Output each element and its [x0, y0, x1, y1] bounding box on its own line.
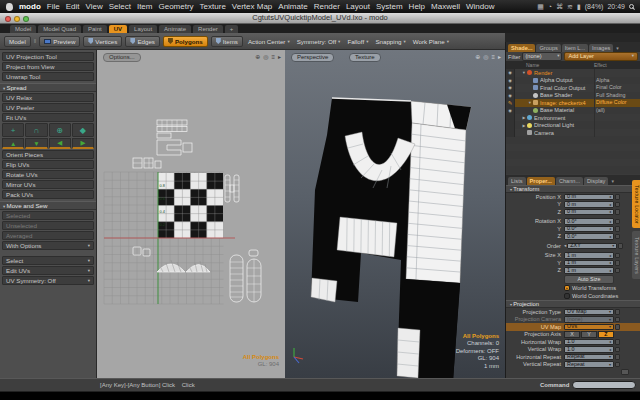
- uv-editor-viewport[interactable]: 0.8 0.6 0.4 0.2: [97, 50, 285, 378]
- layout-tab-render[interactable]: Render: [193, 25, 223, 33]
- mini-spinner-button[interactable]: [615, 226, 620, 232]
- layout-tab-item[interactable]: +: [225, 25, 239, 33]
- tool-selected[interactable]: Selected: [2, 211, 94, 220]
- mini-spinner-button[interactable]: [615, 309, 620, 315]
- mini-spinner-button[interactable]: [615, 354, 620, 360]
- model-canvas[interactable]: [285, 50, 505, 378]
- menu-item[interactable]: Item: [137, 2, 153, 11]
- field-y[interactable]: 1 m◂: [564, 260, 614, 267]
- chevron-down-icon[interactable]: ▾: [614, 44, 621, 52]
- tool-rotate-uvs[interactable]: Rotate UVs: [2, 170, 94, 179]
- field-horizontal-wrap[interactable]: 1.0◂: [564, 339, 614, 346]
- menu-layout[interactable]: Layout: [346, 2, 370, 11]
- layout-tab-uv[interactable]: UV: [109, 25, 127, 33]
- wifi-icon[interactable]: ≋: [567, 3, 573, 11]
- tool-unselected[interactable]: Unselected: [2, 221, 94, 230]
- section-move-and-sew[interactable]: ▾ Move and Sew: [0, 201, 96, 210]
- props-tab-proper[interactable]: Proper...: [527, 177, 555, 185]
- tool-select[interactable]: Select▾: [2, 256, 94, 265]
- field-z[interactable]: 0 m◂: [564, 209, 614, 216]
- menu-system[interactable]: System: [376, 2, 403, 11]
- app-menu-modo[interactable]: modo: [19, 2, 41, 11]
- axis-x-button[interactable]: X: [564, 331, 580, 338]
- panel-corner-button[interactable]: [621, 369, 629, 375]
- menu-help[interactable]: Help: [409, 2, 425, 11]
- shader-tab-images[interactable]: Images: [589, 44, 613, 52]
- shader-item-final-color-output[interactable]: ◉Final Color OutputFinal Color: [506, 84, 640, 92]
- menu-maxwell[interactable]: Maxwell: [431, 2, 460, 11]
- dropdown-order[interactable]: ZXY▾: [567, 243, 617, 250]
- move-left-icon[interactable]: ◀: [49, 138, 71, 149]
- shader-item-base-material[interactable]: ◉Base Material(all): [506, 107, 640, 115]
- props-tab-display[interactable]: Display: [584, 177, 608, 185]
- shader-item-render[interactable]: ◉▼Render: [506, 69, 640, 77]
- mini-spinner-button[interactable]: [615, 260, 620, 266]
- mini-spinner-button[interactable]: [615, 339, 620, 345]
- more-icon[interactable]: ▸: [278, 53, 281, 61]
- menu-file[interactable]: File: [47, 2, 60, 11]
- radio-on-icon[interactable]: ✕: [564, 285, 570, 291]
- field-y[interactable]: 0 m◂: [564, 201, 614, 208]
- move-right-icon[interactable]: ▶: [72, 138, 94, 149]
- visibility-eye-icon[interactable]: ◉: [506, 107, 515, 115]
- radio-off-icon[interactable]: [564, 293, 570, 299]
- visibility-eye-icon[interactable]: ◉: [506, 84, 515, 92]
- close-button[interactable]: [5, 16, 11, 22]
- shader-item-camera[interactable]: Camera: [506, 129, 640, 137]
- mode-button-polygons[interactable]: Polygons: [163, 36, 208, 47]
- visibility-eye-icon[interactable]: [506, 114, 515, 122]
- mini-spinner-button[interactable]: [615, 324, 620, 330]
- visibility-eye-icon[interactable]: ◉: [506, 69, 515, 77]
- shader-item-alpha-output[interactable]: ◉Alpha OutputAlpha: [506, 77, 640, 85]
- filter-dropdown[interactable]: (none) ▾: [522, 52, 562, 61]
- tool-uv-projection-tool[interactable]: UV Projection Tool: [2, 52, 94, 61]
- mode-button-edges[interactable]: Edges: [125, 36, 160, 47]
- pan-icon[interactable]: ⊕: [255, 53, 260, 61]
- menu-window[interactable]: Window: [466, 2, 494, 11]
- move-up-icon[interactable]: ▲: [2, 138, 24, 149]
- add-layer-dropdown[interactable]: Add Layer ▾: [564, 52, 638, 61]
- visibility-eye-icon[interactable]: ◉: [506, 77, 515, 85]
- tool-pack-uvs[interactable]: Pack UVs: [2, 190, 94, 199]
- field-z[interactable]: 1 m◂: [564, 267, 614, 274]
- field-y[interactable]: 0.0°◂: [564, 226, 614, 233]
- field-rotation-x[interactable]: 0.0°◂: [564, 218, 614, 225]
- toolbar-dropdown-snapping[interactable]: Snapping▾: [373, 38, 407, 45]
- tool-uv-peeler[interactable]: UV Peeler: [2, 103, 94, 112]
- mini-spinner-button[interactable]: [615, 209, 620, 215]
- layout-tab-model[interactable]: Model: [10, 25, 36, 33]
- shader-item-image-checkertx4[interactable]: ✎▼Image: checkertx4Diffuse Color: [506, 99, 640, 107]
- tool-with-options[interactable]: With Options▾: [2, 241, 94, 250]
- fit-tool-icon[interactable]: ⊕: [49, 123, 71, 137]
- menu-view[interactable]: View: [85, 2, 102, 11]
- shader-tab-shade[interactable]: Shade...: [508, 44, 535, 52]
- menu-vertex-map[interactable]: Vertex Map: [232, 2, 272, 11]
- window-title-bar[interactable]: CgtutsUVQuicktipModel_UVd.lxo - modo: [0, 13, 640, 24]
- layout-tab-model-quad[interactable]: Model Quad: [38, 25, 81, 33]
- mini-spinner-button[interactable]: [615, 253, 620, 259]
- shading-mode-dropdown[interactable]: Texture: [349, 53, 381, 62]
- relax-tool-icon[interactable]: +: [2, 123, 24, 137]
- settings-icon[interactable]: ≡: [271, 53, 275, 61]
- mini-spinner-button[interactable]: [615, 234, 620, 240]
- paint-brush-icon[interactable]: ✎: [506, 99, 515, 107]
- preview-button[interactable]: Preview: [39, 36, 80, 47]
- uv-options-button[interactable]: Options...: [103, 53, 141, 62]
- mini-spinner-button[interactable]: [615, 317, 620, 323]
- mini-spinner-button[interactable]: [618, 243, 623, 249]
- field-vertical-wrap[interactable]: 1.0◂: [564, 346, 614, 353]
- dropdown-projection-type[interactable]: UV Map▾: [564, 309, 614, 316]
- side-tab-texture-layers[interactable]: Texture Layers: [632, 231, 640, 279]
- field-position-x[interactable]: 0 m◂: [564, 194, 614, 201]
- menu-select[interactable]: Select: [109, 2, 131, 11]
- section-spread[interactable]: ▾ Spread: [0, 83, 96, 92]
- menu-render[interactable]: Render: [314, 2, 340, 11]
- axis-y-button[interactable]: Y: [581, 331, 597, 338]
- mini-spinner-button[interactable]: [615, 219, 620, 225]
- minimize-button[interactable]: [14, 16, 20, 22]
- zoom-icon[interactable]: ◎: [263, 53, 268, 61]
- field-z[interactable]: 0.0°◂: [564, 233, 614, 240]
- tool-uv-symmetry-off[interactable]: UV Symmetry: Off▾: [2, 276, 94, 285]
- toolbar-dropdown-symmetry-off[interactable]: Symmetry: Off▾: [295, 38, 343, 45]
- peeler-tool-icon[interactable]: ∩: [25, 123, 47, 137]
